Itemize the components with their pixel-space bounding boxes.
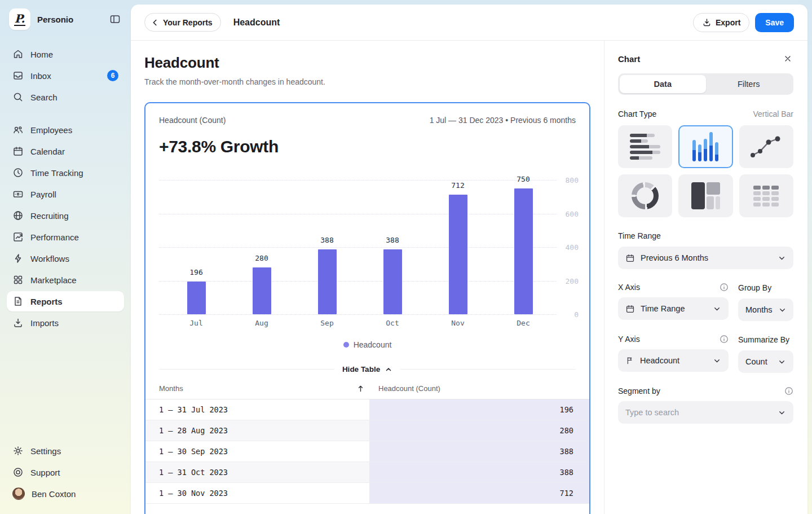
sidebar-collapse-icon[interactable] xyxy=(108,12,122,26)
sidebar-item-recruiting[interactable]: Recruiting xyxy=(7,205,124,226)
chart-type-table[interactable] xyxy=(739,174,793,217)
sort-ascending-icon[interactable] xyxy=(356,384,365,393)
metric-label: Headcount (Count) xyxy=(159,116,226,125)
bar-oct[interactable] xyxy=(383,249,402,314)
y-axis-select[interactable]: Headcount xyxy=(618,349,729,372)
chart-type-donut[interactable] xyxy=(618,174,672,217)
close-icon[interactable] xyxy=(782,53,793,64)
gridline xyxy=(159,214,557,214)
inbox-icon xyxy=(12,70,24,81)
bar-dec[interactable] xyxy=(514,188,533,314)
table-row[interactable]: 1 — 31 Oct 2023 388 xyxy=(145,462,589,483)
sidebar-item-performance[interactable]: Performance xyxy=(7,227,124,247)
bar-sep[interactable] xyxy=(318,249,337,314)
import-icon xyxy=(12,317,24,328)
segment-by-select[interactable]: Type to search xyxy=(618,401,793,424)
info-icon[interactable] xyxy=(720,335,729,344)
range-label: 1 Jul — 31 Dec 2023 • Previous 6 months xyxy=(430,116,576,125)
chart-type-line[interactable] xyxy=(739,125,793,168)
sidebar-item-settings[interactable]: Settings xyxy=(7,441,124,461)
bar-value-label: 196 xyxy=(179,268,213,276)
table-row[interactable]: 1 — 28 Aug 2023 280 xyxy=(145,420,589,441)
time-range-label: Time Range xyxy=(618,231,661,240)
personio-logo[interactable]: P. xyxy=(9,8,30,30)
export-button[interactable]: Export xyxy=(693,13,749,32)
x-axis-label-sep: Sep xyxy=(310,319,344,327)
bar-value-label: 388 xyxy=(376,236,409,244)
table-row[interactable]: 1 — 30 Sep 2023 388 xyxy=(145,441,589,462)
legend-label: Headcount xyxy=(354,340,392,349)
sidebar-item-label: Search xyxy=(30,93,58,102)
chart-type-label: Chart Type xyxy=(618,109,656,118)
save-button[interactable]: Save xyxy=(755,13,794,32)
treemap-icon xyxy=(691,182,720,209)
sidebar: P. Personio Home Inbox 6 Search Employee… xyxy=(0,0,131,514)
gridline xyxy=(159,247,557,248)
sidebar-item-label: Imports xyxy=(30,318,59,328)
x-axis-label-nov: Nov xyxy=(441,319,475,327)
calendar-icon xyxy=(625,253,635,263)
bar-nov[interactable] xyxy=(449,195,467,314)
sidebar-item-home[interactable]: Home xyxy=(7,44,124,64)
y-axis-tick: 200 xyxy=(558,276,579,285)
sidebar-item-search[interactable]: Search xyxy=(7,87,124,107)
payroll-icon xyxy=(12,188,24,200)
chart-card[interactable]: Headcount (Count) 1 Jul — 31 Dec 2023 • … xyxy=(144,102,590,514)
table-row[interactable]: 1 — 31 Jul 2023 196 xyxy=(145,399,589,420)
globe-icon xyxy=(12,210,24,221)
table-header: Months Headcount (Count) xyxy=(145,378,589,399)
sidebar-item-employees[interactable]: Employees xyxy=(7,120,124,140)
sidebar-item-reports[interactable]: Reports xyxy=(7,291,124,311)
main-panel: Your Reports Headcount Export Save Headc… xyxy=(131,5,807,514)
chart-type-horizontal-bar[interactable] xyxy=(618,125,672,168)
x-axis-label: X Axis xyxy=(618,283,640,292)
sidebar-item-inbox[interactable]: Inbox 6 xyxy=(7,65,124,86)
growth-value: +73.8% Growth xyxy=(159,137,576,156)
tab-filters[interactable]: Filters xyxy=(706,75,792,93)
sidebar-item-payroll[interactable]: Payroll xyxy=(7,184,124,204)
back-button[interactable]: Your Reports xyxy=(144,13,221,32)
vertical-bar-icon xyxy=(692,132,718,161)
group-by-label: Group By xyxy=(738,283,771,292)
x-axis-label-aug: Aug xyxy=(245,319,279,327)
summarize-by-select[interactable]: Count xyxy=(738,350,793,373)
bar-chart: 0200400600800196Jul280Aug388Sep388Oct712… xyxy=(159,180,579,314)
sidebar-item-user[interactable]: Ben Coxton xyxy=(7,484,124,504)
group-by-select[interactable]: Months xyxy=(738,298,793,321)
chevron-down-icon xyxy=(778,306,787,314)
hide-table-button[interactable]: Hide Table xyxy=(334,365,400,374)
gridline xyxy=(159,314,557,315)
search-icon xyxy=(12,91,24,103)
bar-jul[interactable] xyxy=(187,282,206,314)
sidebar-item-support[interactable]: Support xyxy=(7,462,124,482)
legend-dot xyxy=(343,342,349,348)
sidebar-item-marketplace[interactable]: Marketplace xyxy=(7,270,124,290)
chart-type-vertical-bar[interactable] xyxy=(678,125,732,168)
bar-value-label: 388 xyxy=(310,236,344,244)
sidebar-nav-bottom: Settings Support Ben Coxton xyxy=(7,441,124,505)
sidebar-item-time-tracking[interactable]: Time Tracking xyxy=(7,162,124,183)
chart-type-value: Vertical Bar xyxy=(753,109,793,118)
lifebuoy-icon xyxy=(12,467,24,478)
page-subtitle: Track the month-over-month changes in he… xyxy=(144,77,590,86)
time-range-select[interactable]: Previous 6 Months xyxy=(618,247,793,269)
workspace-name: Personio xyxy=(37,15,102,24)
gridline xyxy=(159,281,557,282)
chart-type-treemap[interactable] xyxy=(678,174,732,217)
sidebar-item-calendar[interactable]: Calendar xyxy=(7,141,124,161)
gear-icon xyxy=(12,445,24,456)
topbar: Your Reports Headcount Export Save xyxy=(131,5,807,41)
column-header-months: Months xyxy=(159,384,183,393)
sidebar-item-label: Recruiting xyxy=(30,211,69,221)
info-icon[interactable] xyxy=(720,283,729,292)
tab-data[interactable]: Data xyxy=(620,75,706,93)
sidebar-item-workflows[interactable]: Workflows xyxy=(7,248,124,269)
home-icon xyxy=(12,49,24,60)
bar-aug[interactable] xyxy=(253,267,271,314)
sidebar-item-imports[interactable]: Imports xyxy=(7,313,124,333)
x-axis-select[interactable]: Time Range xyxy=(618,297,729,320)
info-icon[interactable] xyxy=(784,386,793,396)
sidebar-item-label: Performance xyxy=(30,232,79,242)
sidebar-item-label: Support xyxy=(30,468,60,477)
table-row[interactable]: 1 — 30 Nov 2023 712 xyxy=(145,483,589,504)
